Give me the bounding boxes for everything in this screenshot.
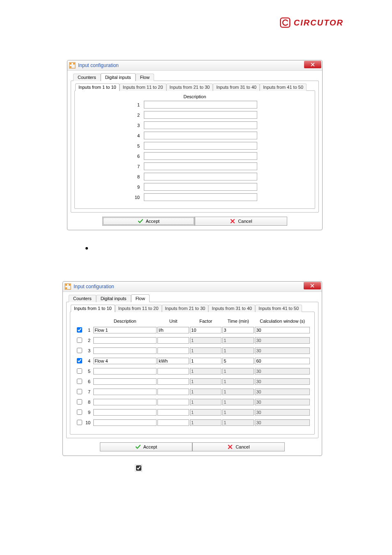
description-input[interactable] (93, 327, 157, 333)
calcwindow-input[interactable] (255, 409, 310, 416)
outer-tab-2[interactable]: Flow (136, 74, 154, 81)
enable-checkbox[interactable] (77, 338, 82, 343)
enable-checkbox[interactable] (77, 327, 82, 333)
range-tab-4[interactable]: Inputs from 41 to 50 (255, 305, 302, 312)
factor-input[interactable] (190, 337, 221, 344)
time-input[interactable] (222, 337, 254, 344)
unit-input[interactable] (157, 399, 189, 405)
time-input[interactable] (222, 378, 254, 385)
outer-tab-1[interactable]: Digital inputs (96, 295, 131, 302)
enable-checkbox[interactable] (77, 348, 82, 353)
outer-tab-0[interactable]: Counters (73, 74, 101, 81)
range-tab-1[interactable]: Inputs from 11 to 20 (115, 305, 162, 312)
factor-input[interactable] (190, 388, 221, 395)
titlebar[interactable]: Input configuration (67, 60, 322, 71)
unit-input[interactable] (157, 337, 189, 344)
enable-checkbox[interactable] (77, 368, 82, 374)
cancel-button[interactable]: Cancel (192, 442, 285, 451)
range-tab-0[interactable]: Inputs from 1 to 10 (75, 83, 120, 91)
unit-input[interactable] (157, 347, 189, 354)
description-input[interactable] (144, 193, 257, 201)
time-input[interactable] (222, 368, 254, 375)
time-input[interactable] (222, 399, 254, 405)
time-input[interactable] (222, 347, 254, 354)
close-button[interactable] (304, 282, 321, 289)
description-input[interactable] (144, 183, 257, 191)
enable-checkbox[interactable] (77, 399, 82, 405)
description-input[interactable] (144, 173, 257, 180)
calcwindow-input[interactable] (255, 337, 310, 344)
unit-input[interactable] (157, 378, 189, 385)
close-button[interactable] (304, 61, 321, 68)
range-tab-2[interactable]: Inputs from 21 to 30 (162, 305, 209, 312)
outer-tab-2[interactable]: Flow (131, 294, 150, 302)
description-input[interactable] (93, 399, 157, 405)
factor-input[interactable] (190, 327, 221, 333)
range-tab-1[interactable]: Inputs from 11 to 20 (120, 83, 166, 91)
description-input[interactable] (93, 378, 157, 385)
unit-input[interactable] (157, 388, 189, 395)
description-input[interactable] (144, 142, 257, 150)
time-input[interactable] (222, 409, 254, 416)
factor-input[interactable] (190, 378, 221, 385)
enable-checkbox[interactable] (77, 389, 82, 394)
description-input[interactable] (144, 132, 257, 139)
time-input[interactable] (222, 419, 254, 426)
accept-button[interactable]: Accept (102, 217, 195, 226)
factor-input[interactable] (190, 368, 221, 375)
enable-checkbox[interactable] (77, 420, 82, 425)
input-row: 4 (79, 132, 311, 139)
enable-checkbox[interactable] (77, 409, 82, 415)
description-input[interactable] (144, 111, 257, 119)
cancel-button[interactable]: Cancel (195, 217, 287, 226)
bullet-icon (85, 247, 88, 250)
time-input[interactable] (222, 327, 254, 333)
calcwindow-input[interactable] (255, 419, 310, 426)
description-input[interactable] (93, 419, 157, 426)
description-input[interactable] (93, 358, 157, 364)
factor-input[interactable] (190, 409, 221, 416)
unit-input[interactable] (157, 409, 189, 416)
calcwindow-input[interactable] (255, 347, 310, 354)
input-row: 4 (74, 357, 310, 365)
description-input[interactable] (93, 368, 157, 375)
outer-tab-0[interactable]: Counters (69, 295, 96, 302)
calcwindow-input[interactable] (255, 399, 310, 405)
calcwindow-input[interactable] (255, 327, 310, 333)
range-tab-2[interactable]: Inputs from 21 to 30 (166, 83, 213, 91)
factor-input[interactable] (190, 419, 221, 426)
outer-tab-1[interactable]: Digital inputs (101, 73, 136, 81)
description-input[interactable] (144, 121, 257, 129)
row-number: 1 (132, 102, 140, 107)
description-input[interactable] (144, 162, 257, 170)
description-input[interactable] (93, 337, 157, 344)
unit-input[interactable] (157, 419, 189, 426)
description-input[interactable] (93, 347, 157, 354)
range-tab-3[interactable]: Inputs from 31 to 40 (213, 83, 260, 91)
unit-input[interactable] (157, 368, 189, 375)
time-input[interactable] (222, 358, 254, 364)
enable-checkbox[interactable] (77, 379, 82, 384)
factor-input[interactable] (190, 358, 221, 364)
description-input[interactable] (144, 101, 257, 109)
range-tab-3[interactable]: Inputs from 31 to 40 (208, 305, 255, 312)
description-input[interactable] (144, 152, 257, 160)
titlebar[interactable]: Input configuration (63, 282, 322, 292)
accept-button[interactable]: Accept (100, 442, 192, 451)
calcwindow-input[interactable] (255, 378, 310, 385)
range-tab-4[interactable]: Inputs from 41 to 50 (260, 83, 307, 91)
calcwindow-input[interactable] (255, 368, 310, 375)
factor-input[interactable] (190, 347, 221, 354)
description-input[interactable] (93, 409, 157, 416)
calcwindow-input[interactable] (255, 388, 310, 395)
standalone-checkbox[interactable] (135, 465, 142, 472)
enable-checkbox[interactable] (77, 358, 82, 363)
calcwindow-input[interactable] (255, 358, 310, 364)
outer-tabstrip: CountersDigital inputsFlow (71, 73, 319, 81)
description-input[interactable] (93, 388, 157, 395)
time-input[interactable] (222, 388, 254, 395)
unit-input[interactable] (157, 358, 189, 364)
unit-input[interactable] (157, 327, 189, 333)
factor-input[interactable] (190, 399, 221, 405)
range-tab-0[interactable]: Inputs from 1 to 10 (71, 305, 115, 312)
